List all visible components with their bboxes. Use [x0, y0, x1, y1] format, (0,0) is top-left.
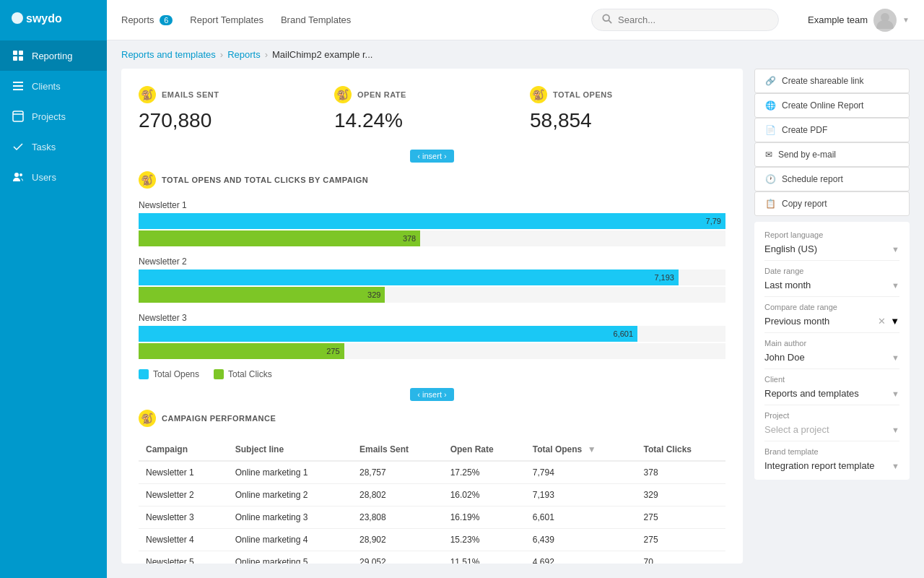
clock-icon: 🕐 [765, 174, 776, 184]
tab-reports[interactable]: Reports 6 [121, 14, 173, 25]
sidebar-item-clients-label: Clients [32, 81, 61, 92]
breadcrumb-sep-1: › [220, 49, 223, 60]
sidebar-item-users[interactable]: Users [0, 162, 107, 192]
report-language-select[interactable]: English (US) ▼ [764, 243, 899, 254]
globe-icon: 🌐 [765, 100, 776, 111]
breadcrumb-reports-and-templates[interactable]: Reports and templates [121, 49, 216, 60]
svg-rect-2 [13, 51, 17, 55]
svg-rect-3 [19, 51, 23, 55]
svg-rect-5 [19, 56, 23, 61]
chart-mailchimp-icon: 🐒 [139, 171, 156, 189]
insert-button-2[interactable]: ‹ insert › [410, 388, 453, 401]
bar-chart: Newsletter 1 7,79 378 [139, 200, 725, 359]
mailchimp-icon-3: 🐒 [530, 86, 547, 103]
reports-badge: 6 [160, 15, 173, 25]
bar-green-3: 275 [139, 343, 344, 359]
action-buttons: 🔗 Create shareable link 🌐 Create Online … [754, 69, 910, 216]
breadcrumb: Reports and templates › Reports › MailCh… [107, 40, 924, 69]
svg-rect-6 [13, 82, 23, 83]
create-pdf-button[interactable]: 📄 Create PDF [754, 118, 910, 142]
svg-point-0 [12, 12, 23, 24]
sidebar-item-tasks[interactable]: Tasks [0, 131, 107, 162]
sort-icon: ▼ [588, 444, 596, 454]
clients-icon [12, 79, 25, 92]
project-label: Project [764, 411, 899, 420]
table-row: Newsletter 4Online marketing 428,90215.2… [139, 529, 725, 551]
stat-emails-sent-value: 270,880 [139, 109, 320, 132]
sidebar-item-projects[interactable]: Projects [0, 101, 107, 131]
bar-row-2: Newsletter 2 7,193 329 [139, 256, 725, 303]
brand-template-field: Brand template Integration report templa… [764, 447, 899, 471]
create-link-button[interactable]: 🔗 Create shareable link [754, 69, 910, 93]
projects-icon [12, 110, 25, 123]
compare-clear-button[interactable]: ✕ [878, 316, 886, 327]
bar-green-1: 378 [139, 230, 420, 246]
chevron-icon-date: ▼ [892, 281, 899, 290]
stat-emails-sent: 🐒 EMAILS SENT 270,880 [139, 86, 334, 132]
brand-template-label: Brand template [764, 447, 899, 456]
schedule-report-button[interactable]: 🕐 Schedule report [754, 167, 910, 191]
search-input[interactable] [618, 14, 768, 25]
bar-blue-1: 7,79 [139, 213, 725, 229]
sidebar-item-reporting-label: Reporting [32, 51, 72, 61]
client-field: Client Reports and templates ▼ [764, 375, 899, 399]
brand-template-select[interactable]: Integration report template ▼ [764, 460, 899, 471]
svg-line-14 [609, 20, 611, 23]
breadcrumb-current: MailChimp2 example r... [272, 49, 372, 60]
compare-date-range-label: Compare date range [764, 303, 899, 311]
tab-brand-templates[interactable]: Brand Templates [281, 14, 351, 25]
stat-total-opens-value: 58,854 [530, 109, 711, 132]
table-row: Newsletter 2Online marketing 228,80216.0… [139, 484, 725, 506]
chevron-icon-brand: ▼ [892, 462, 899, 470]
legend-total-opens: Total Opens [139, 369, 199, 379]
user-area[interactable]: Example team ▼ [808, 9, 910, 32]
side-panel: 🔗 Create shareable link 🌐 Create Online … [754, 69, 910, 564]
stat-open-rate-value: 14.24% [334, 109, 515, 132]
send-email-button[interactable]: ✉ Send by e-mail [754, 142, 910, 167]
client-select[interactable]: Reports and templates ▼ [764, 388, 899, 399]
date-range-select[interactable]: Last month ▼ [764, 280, 899, 290]
bar-green-2: 329 [139, 287, 385, 303]
mailchimp-icon-2: 🐒 [334, 86, 352, 103]
col-total-opens: Total Opens ▼ [526, 439, 637, 461]
tasks-icon [12, 140, 25, 153]
sidebar-item-reporting[interactable]: Reporting [0, 40, 107, 71]
svg-point-12 [19, 173, 22, 176]
tab-report-templates[interactable]: Report Templates [190, 14, 263, 25]
avatar [873, 9, 897, 32]
main-author-select[interactable]: John Doe ▼ [764, 352, 899, 363]
copy-icon: 📋 [765, 199, 776, 209]
logo: swydo [0, 0, 107, 40]
svg-rect-8 [13, 89, 23, 90]
sidebar-item-clients[interactable]: Clients [0, 71, 107, 101]
date-range-field: Date range Last month ▼ [764, 267, 899, 290]
report-language-field: Report language English (US) ▼ [764, 230, 899, 254]
main-content: Reports 6 Report Templates Brand Templat… [107, 0, 924, 578]
chart-title: TOTAL OPENS AND TOTAL CLICKS BY CAMPAIGN [162, 176, 368, 184]
table-mailchimp-icon: 🐒 [139, 410, 156, 427]
email-icon: ✉ [765, 150, 772, 160]
svg-rect-4 [13, 56, 17, 61]
chevron-icon-author: ▼ [892, 353, 899, 362]
legend-total-clicks: Total Clicks [214, 369, 272, 379]
date-range-label: Date range [764, 267, 899, 275]
logo-text: swydo [12, 8, 69, 33]
col-total-clicks: Total Clicks [637, 439, 725, 461]
bar-blue-2: 7,193 [139, 269, 679, 285]
project-field: Project Select a project ▼ [764, 411, 899, 435]
search-box[interactable] [591, 9, 779, 31]
client-label: Client [764, 375, 899, 384]
create-online-report-button[interactable]: 🌐 Create Online Report [754, 93, 910, 118]
svg-rect-7 [13, 85, 23, 87]
insert-button-1[interactable]: ‹ insert › [410, 150, 453, 163]
copy-report-button[interactable]: 📋 Copy report [754, 191, 910, 216]
col-subject: Subject line [228, 439, 352, 461]
chevron-icon-compare: ▼ [890, 316, 899, 327]
breadcrumb-reports[interactable]: Reports [227, 49, 261, 60]
campaign-table: Campaign Subject line Emails Sent Open R… [139, 439, 725, 564]
chevron-icon-lang: ▼ [892, 245, 899, 254]
bar-row-3: Newsletter 3 6,601 275 [139, 313, 725, 359]
project-select[interactable]: Select a project ▼ [764, 424, 899, 435]
svg-rect-9 [13, 111, 23, 121]
table-row: Newsletter 3Online marketing 323,80816.1… [139, 506, 725, 529]
